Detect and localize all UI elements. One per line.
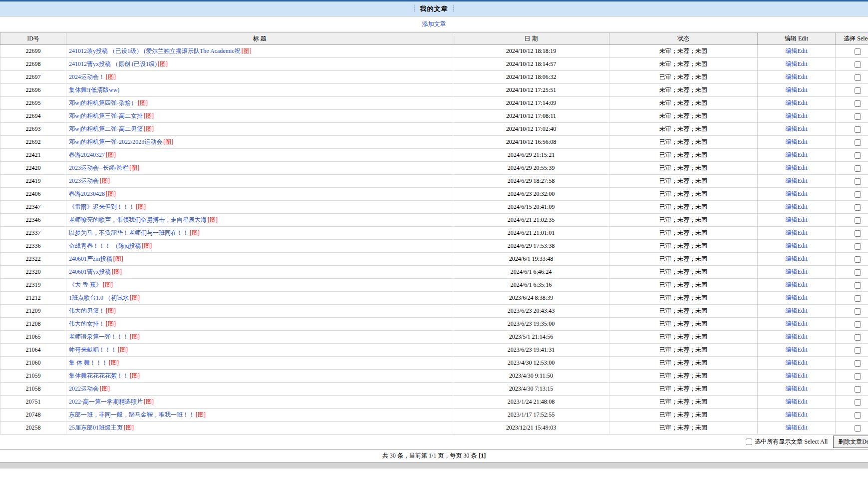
- article-title-link[interactable]: 2022-高一第一学期精选照片: [69, 398, 143, 405]
- edit-link[interactable]: 编辑Edit: [786, 385, 808, 392]
- row-select-checkbox[interactable]: [855, 347, 861, 354]
- row-select-checkbox[interactable]: [855, 399, 861, 406]
- article-title-link[interactable]: 邓wj的相机第四弹-杂烩）: [69, 99, 137, 106]
- article-edit-cell: 编辑Edit: [758, 175, 836, 188]
- article-title-link[interactable]: 2024运动会！: [69, 73, 105, 80]
- edit-link[interactable]: 编辑Edit: [786, 112, 808, 119]
- row-select-checkbox[interactable]: [855, 334, 861, 341]
- edit-link[interactable]: 编辑Edit: [786, 359, 808, 366]
- article-title-link[interactable]: 240601曹yx投稿: [69, 268, 111, 275]
- article-title-link[interactable]: 241012装y投稿 （已设1级） (爱尔兰独立摇滚乐队The Academic…: [69, 47, 241, 54]
- article-title-link[interactable]: 春游20230428: [69, 190, 105, 197]
- row-select-checkbox[interactable]: [855, 61, 861, 68]
- delete-articles-button[interactable]: 删除文章Del News: [833, 436, 868, 448]
- edit-link[interactable]: 编辑Edit: [786, 138, 808, 145]
- article-title-link[interactable]: 1班点歌台1.0 （初试水: [69, 294, 129, 301]
- edit-link[interactable]: 编辑Edit: [786, 281, 808, 288]
- article-title-link[interactable]: 以梦为马，不负韶华！老师们与一班同在！！: [69, 229, 189, 236]
- article-title-link[interactable]: 奋战青春！！！ （陈jq投稿: [69, 242, 141, 249]
- article-title-link[interactable]: 老师语录第一弹！！！: [69, 333, 129, 340]
- article-title-link[interactable]: 帅哥来献唱！！！: [69, 346, 117, 353]
- row-select-checkbox[interactable]: [855, 425, 861, 432]
- article-title-link[interactable]: 邓wj的相机第三弹-高二女排: [69, 112, 143, 119]
- row-select-checkbox[interactable]: [855, 386, 861, 393]
- article-title-link[interactable]: 春游20240327: [69, 151, 105, 158]
- article-title-link[interactable]: 伟大的男篮！: [69, 307, 105, 314]
- edit-link[interactable]: 编辑Edit: [786, 346, 808, 353]
- row-select-checkbox[interactable]: [855, 321, 861, 328]
- article-id: 22322: [0, 253, 66, 266]
- row-select-checkbox[interactable]: [855, 165, 861, 172]
- row-select-checkbox[interactable]: [855, 360, 861, 367]
- article-title-link[interactable]: 《雷雨》迟来但到！！！: [69, 203, 135, 210]
- edit-link[interactable]: 编辑Edit: [786, 125, 808, 132]
- article-title-link[interactable]: 老师嘹亮的歌声，带领我们奋勇搏击，走向星辰大海: [69, 216, 207, 223]
- add-article-link[interactable]: 添加文章: [422, 20, 446, 28]
- row-select-checkbox[interactable]: [855, 217, 861, 224]
- edit-link[interactable]: 编辑Edit: [786, 333, 808, 340]
- edit-link[interactable]: 编辑Edit: [786, 203, 808, 210]
- article-edit-cell: 编辑Edit: [758, 162, 836, 175]
- article-title-cell: 《大 香 蕉》[图]: [66, 279, 453, 292]
- article-title-link[interactable]: 邓wj的相机第二弹-高二男篮: [69, 125, 143, 132]
- row-select-checkbox[interactable]: [855, 204, 861, 211]
- edit-link[interactable]: 编辑Edit: [786, 177, 808, 184]
- row-select-checkbox[interactable]: [855, 295, 861, 302]
- edit-link[interactable]: 编辑Edit: [786, 216, 808, 223]
- edit-link[interactable]: 编辑Edit: [786, 320, 808, 327]
- edit-link[interactable]: 编辑Edit: [786, 372, 808, 379]
- edit-link[interactable]: 编辑Edit: [786, 151, 808, 158]
- row-select-checkbox[interactable]: [855, 178, 861, 185]
- article-title-link[interactable]: 集体舞!(低清版ww): [69, 86, 119, 93]
- article-title-link[interactable]: 伟大的女排！: [69, 320, 105, 327]
- edit-link[interactable]: 编辑Edit: [786, 99, 808, 106]
- edit-link[interactable]: 编辑Edit: [786, 190, 808, 197]
- row-select-checkbox[interactable]: [855, 126, 861, 133]
- row-select-checkbox[interactable]: [855, 113, 861, 120]
- article-title-link[interactable]: 241012曹yx投稿 （原创 (已设1级): [69, 60, 157, 67]
- article-title-link[interactable]: 2022运动会: [69, 385, 99, 392]
- row-select-checkbox[interactable]: [855, 139, 861, 146]
- row-select-checkbox[interactable]: [855, 308, 861, 315]
- edit-link[interactable]: 编辑Edit: [786, 411, 808, 418]
- row-select-checkbox[interactable]: [855, 87, 861, 94]
- row-select-checkbox[interactable]: [855, 256, 861, 263]
- article-title-cell: 东部一班，非同一般，踏马金鞍，唯我一班！！[图]: [66, 409, 453, 422]
- row-select-checkbox[interactable]: [855, 230, 861, 237]
- article-title-link[interactable]: 2023运动会--长绳/跨栏: [69, 164, 128, 171]
- edit-link[interactable]: 编辑Edit: [786, 60, 808, 67]
- edit-link[interactable]: 编辑Edit: [786, 164, 808, 171]
- edit-link[interactable]: 编辑Edit: [786, 398, 808, 405]
- edit-link[interactable]: 编辑Edit: [786, 47, 808, 54]
- row-select-checkbox[interactable]: [855, 373, 861, 380]
- article-title-link[interactable]: 25届东部01班级主页: [69, 424, 123, 431]
- edit-link[interactable]: 编辑Edit: [786, 242, 808, 249]
- row-select-checkbox[interactable]: [855, 74, 861, 81]
- edit-link[interactable]: 编辑Edit: [786, 255, 808, 262]
- edit-link[interactable]: 编辑Edit: [786, 424, 808, 431]
- row-select-checkbox[interactable]: [855, 152, 861, 159]
- row-select-checkbox[interactable]: [855, 48, 861, 55]
- edit-link[interactable]: 编辑Edit: [786, 307, 808, 314]
- row-select-checkbox[interactable]: [855, 243, 861, 250]
- select-all-checkbox[interactable]: [746, 439, 752, 445]
- row-select-checkbox[interactable]: [855, 412, 861, 419]
- row-select-checkbox[interactable]: [855, 191, 861, 198]
- edit-link[interactable]: 编辑Edit: [786, 86, 808, 93]
- article-title-link[interactable]: 东部一班，非同一般，踏马金鞍，唯我一班！！: [69, 411, 195, 418]
- article-title-cell: 《雷雨》迟来但到！！！[图]: [66, 201, 453, 214]
- article-title-link[interactable]: 2023运动会: [69, 177, 99, 184]
- article-title-link[interactable]: 《大 香 蕉》: [69, 281, 102, 288]
- row-select-checkbox[interactable]: [855, 282, 861, 289]
- article-title-link[interactable]: 240601严zm投稿: [69, 255, 112, 262]
- edit-link[interactable]: 编辑Edit: [786, 268, 808, 275]
- article-title-link[interactable]: 集体舞花花花花絮！！: [69, 372, 129, 379]
- edit-link[interactable]: 编辑Edit: [786, 73, 808, 80]
- row-select-checkbox[interactable]: [855, 100, 861, 107]
- row-select-checkbox[interactable]: [855, 269, 861, 276]
- article-title-link[interactable]: 集 体 舞！！！: [69, 359, 108, 366]
- edit-link[interactable]: 编辑Edit: [786, 229, 808, 236]
- article-title-link[interactable]: 邓wj的相机第一弹-2022/2023运动会: [69, 138, 162, 145]
- edit-link[interactable]: 编辑Edit: [786, 294, 808, 301]
- article-edit-cell: 编辑Edit: [758, 344, 836, 357]
